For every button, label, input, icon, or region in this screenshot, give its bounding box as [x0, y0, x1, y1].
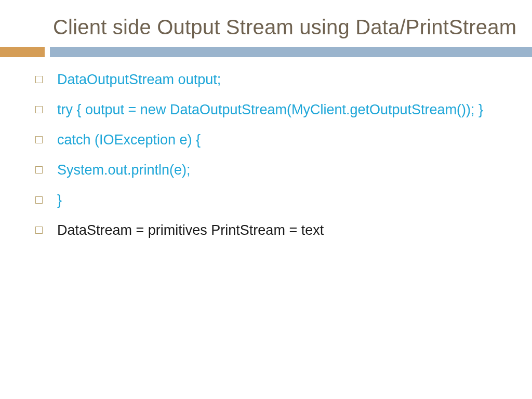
bullet-icon — [35, 166, 43, 174]
bullet-icon — [35, 76, 43, 83]
bullet-icon — [35, 227, 43, 234]
content-area: DataOutputStream output; try { output = … — [0, 57, 532, 241]
list-item: } — [35, 190, 511, 211]
list-item: catch (IOException e) { — [35, 130, 511, 151]
accent-block — [0, 47, 45, 57]
list-item-text: } — [57, 190, 511, 211]
slide: Client side Output Stream using Data/Pri… — [0, 0, 532, 399]
bullet-icon — [35, 196, 43, 204]
bullet-icon — [35, 136, 43, 143]
list-item: try { output = new DataOutputStream(MyCl… — [35, 100, 511, 121]
list-item: System.out.println(e); — [35, 160, 511, 181]
list-item-text: try { output = new DataOutputStream(MyCl… — [57, 100, 511, 121]
title-divider — [0, 47, 532, 57]
accent-bar — [50, 47, 532, 57]
list-item-text: DataStream = primitives PrintStream = te… — [57, 220, 511, 241]
bullet-icon — [35, 106, 43, 113]
list-item-text: DataOutputStream output; — [57, 70, 511, 90]
list-item: DataOutputStream output; — [35, 70, 511, 90]
list-item-text: System.out.println(e); — [57, 160, 511, 181]
list-item-text: catch (IOException e) { — [57, 130, 511, 151]
slide-title: Client side Output Stream using Data/Pri… — [0, 0, 532, 39]
list-item: DataStream = primitives PrintStream = te… — [35, 220, 511, 241]
